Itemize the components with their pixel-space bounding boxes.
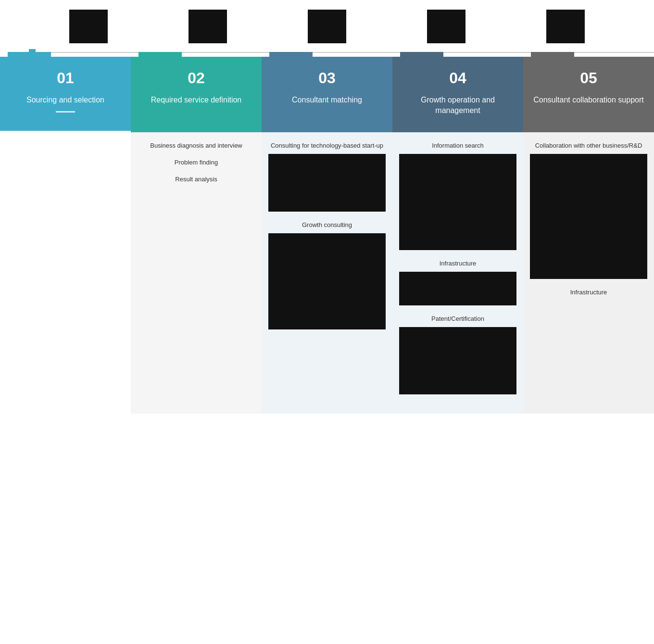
step2-tab (138, 52, 182, 57)
step1-icon (69, 10, 108, 43)
col5-section-2: Infrastructure (530, 289, 647, 296)
col4-title-1: Information search (399, 142, 516, 149)
col4-section-1: Information search (399, 142, 516, 250)
col2-section-1: Business diagnosis and interview (138, 142, 255, 149)
col5-section-1: Collaboration with other business/R&D (530, 142, 647, 279)
step5-icon (546, 10, 585, 43)
step2-icon (189, 10, 227, 43)
step4-tab (400, 52, 443, 57)
step5-title: Consultant collaboration support (531, 95, 646, 105)
content-col-5: Collaboration with other business/R&D In… (523, 131, 654, 414)
col4-blackbox-2 (399, 272, 516, 305)
step3-number: 03 (269, 69, 385, 87)
step-1: 01 Sourcing and selection (0, 57, 131, 131)
col5-blackbox-1 (530, 154, 647, 279)
col2-title-1: Business diagnosis and interview (138, 142, 255, 149)
col4-section-3: Patent/Certification (399, 315, 516, 394)
col3-blackbox-2 (268, 233, 386, 329)
step4-number: 04 (400, 69, 516, 87)
col3-blackbox-1 (268, 154, 386, 212)
step1-title: Sourcing and selection (8, 95, 123, 105)
content-area: Business diagnosis and interview Problem… (0, 131, 654, 414)
step2-number: 02 (138, 69, 254, 87)
col4-blackbox-1 (399, 154, 516, 250)
step5-number: 05 (531, 69, 646, 87)
step1-tab (8, 52, 51, 57)
step-3: 03 Consultant matching (262, 57, 392, 131)
col4-blackbox-3 (399, 327, 516, 394)
icon-block-1 (29, 10, 148, 43)
step3-tab (269, 52, 313, 57)
step-4: 04 Growth operation and management (392, 57, 523, 131)
step4-title: Growth operation and management (400, 95, 516, 116)
col4-section-2: Infrastructure (399, 260, 516, 305)
content-col-4: Information search Infrastructure Patent… (392, 131, 523, 414)
content-col-1 (0, 131, 131, 414)
col2-title-2: Problem finding (138, 159, 255, 166)
step2-title: Required service definition (138, 95, 254, 105)
col5-title-2: Infrastructure (530, 289, 647, 296)
icon-block-4 (387, 10, 506, 43)
top-icons-row (0, 0, 654, 48)
icon-block-3 (267, 10, 387, 43)
step3-title: Consultant matching (269, 95, 385, 105)
content-col-3: Consulting for technology-based start-up… (262, 131, 392, 414)
step4-icon (427, 10, 465, 43)
col2-section-2: Problem finding (138, 159, 255, 166)
step3-icon (308, 10, 346, 43)
icon-block-2 (148, 10, 267, 43)
col3-title-1: Consulting for technology-based start-up (268, 142, 386, 149)
content-col-2: Business diagnosis and interview Problem… (131, 131, 262, 414)
icon-block-5 (506, 10, 625, 43)
step-5: 05 Consultant collaboration support (523, 57, 654, 131)
col2-title-3: Result analysis (138, 176, 255, 183)
col2-section-3: Result analysis (138, 176, 255, 183)
col3-title-2: Growth consulting (268, 221, 386, 228)
col3-section-1: Consulting for technology-based start-up (268, 142, 386, 212)
col4-title-2: Infrastructure (399, 260, 516, 267)
col4-title-3: Patent/Certification (399, 315, 516, 322)
step1-number: 01 (8, 69, 123, 87)
step-2: 02 Required service definition (131, 57, 262, 131)
steps-row: 01 Sourcing and selection 02 Required se… (0, 57, 654, 131)
step1-underline (56, 111, 75, 113)
col5-title-1: Collaboration with other business/R&D (530, 142, 647, 149)
step5-tab (531, 52, 574, 57)
col3-section-2: Growth consulting (268, 221, 386, 329)
